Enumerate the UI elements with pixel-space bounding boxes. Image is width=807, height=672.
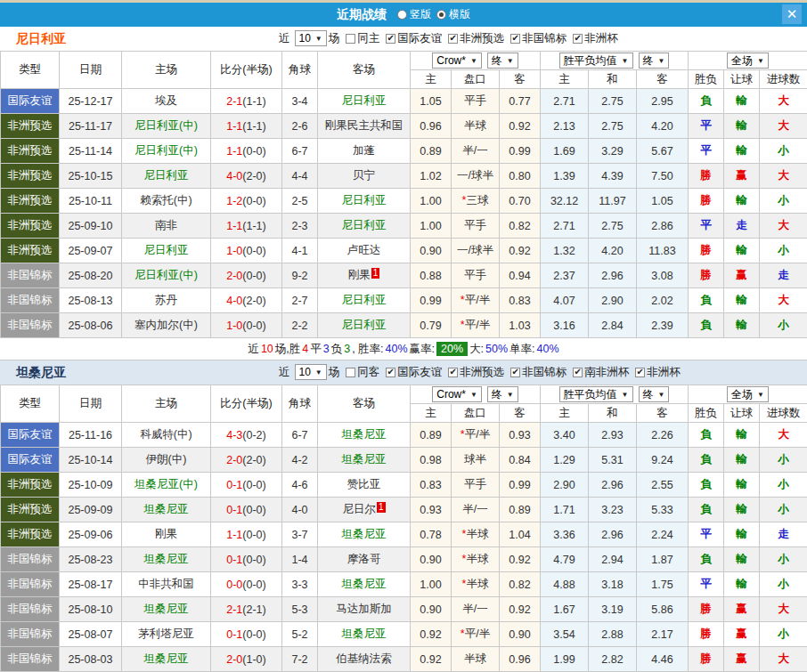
away-odds-cell: 0.99 [500,473,541,498]
col-away-header: 客场 [318,52,411,89]
league-checkbox-4[interactable]: ✔ [635,368,645,377]
avg-home-cell: 1.39 [541,164,589,189]
fulltime-score: 2-1 [226,603,242,616]
summary-segment-1: 10 [261,343,273,355]
company-select[interactable]: Crow*▼ [432,53,482,69]
handicap-text: 平/半 [465,627,490,640]
handicap-cell: *平/半 [452,313,500,338]
summary-segment-0: 近 [248,342,259,357]
sub-avg-away-header: 客 [637,70,689,89]
vertical-layout-radio[interactable] [397,10,407,20]
handicap-result-cell: 赢 [724,597,760,622]
avg-away-cell: 2.26 [637,423,689,448]
date-cell: 25-09-09 [60,498,122,522]
avg-home-cell: 2.13 [541,114,589,139]
filter-controls: 近10▼场同主✔国际友谊✔非洲预选✔非国锦标✔非洲杯 [279,30,620,46]
goals-result-cell: 大 [760,114,807,139]
final-select[interactable]: 终▼ [487,386,518,402]
handicap-result-cell: 走 [724,214,760,239]
final-select-2[interactable]: 终▼ [639,386,670,402]
league-checkbox-0[interactable]: ✔ [386,34,395,44]
match-count-select-value: 10 [299,366,311,378]
match-count-select[interactable]: 10▼ [295,30,327,46]
halftime-score: (1-1) [242,220,265,232]
avg-group-header: 胜平负均值▼终▼ [541,52,689,70]
final-select-2-value: 终 [643,387,654,402]
league-checkbox-1[interactable]: ✔ [448,34,458,44]
company-select[interactable]: Crow*▼ [432,386,482,402]
type-cell: 非国锦标 [1,263,60,288]
final-select[interactable]: 终▼ [487,53,518,69]
team-name-text: 加蓬 [353,144,375,157]
league-checkbox-2[interactable]: ✔ [510,34,520,44]
team-name-text: 坦桑尼亚 [144,503,189,515]
corners-cell: 7-2 [282,647,318,672]
result-cell: 勝 [689,647,724,672]
league-checkbox-3[interactable]: ✔ [573,368,583,377]
horizontal-layout-radio[interactable] [436,10,446,20]
away-team-cell: 尼日利亚 [318,214,411,239]
close-icon[interactable]: ✕ [782,4,802,24]
away-team-cell: 坦桑尼亚 [318,622,411,647]
result-cell: 平 [689,522,724,547]
horizontal-layout-label[interactable]: 横版 [449,7,470,22]
halftime-score: (0-0) [242,628,265,641]
same-venue-checkbox[interactable] [346,34,355,44]
away-team-cell: 坦桑尼亚 [318,448,411,473]
league-checkbox-1[interactable]: ✔ [448,368,458,377]
avg-draw-cell: 4.20 [589,239,637,263]
away-team-cell: 坦桑尼亚 [318,522,411,547]
goals-result-cell: 走 [760,522,807,547]
corners-cell: 6-7 [282,423,318,448]
type-cell: 非洲预选 [1,114,60,139]
match-row: 国际友谊25-10-14伊朗(中)2-0(2-0)4-2坦桑尼亚0.98球半0.… [1,448,807,473]
fullmatch-select-value: 全场 [731,387,753,402]
type-cell: 非洲预选 [1,214,60,239]
handicap-result-cell: 輸 [724,423,760,448]
handicap-text: 半球 [466,528,488,540]
col-away-header: 客场 [318,385,411,423]
fullmatch-select-value: 全场 [731,53,753,69]
team-name-text: 尼日利亚 [342,319,387,331]
handicap-cell: 半/一 [452,597,500,622]
halftime-score: (0-2) [242,429,265,441]
summary-segment-11: 20% [436,342,468,356]
avg-away-cell: 5.67 [637,139,689,164]
fulltime-score: 0-0 [226,579,242,591]
handicap-cell: *半球 [452,522,500,547]
avg-draw-cell: 2.90 [589,288,637,313]
league-checkbox-2[interactable]: ✔ [510,368,520,377]
fullmatch-select[interactable]: 全场▼ [727,386,769,402]
score-cell: 1-2(0-0) [211,189,282,214]
team-name-text: 埃及 [155,94,177,107]
avg-home-cell: 3.54 [541,622,589,647]
summary-segment-8: , 胜率: [352,342,383,357]
date-cell: 25-08-23 [60,547,122,572]
sub-handicap-result-header: 让球 [724,404,760,423]
team-name-text: 中非共和国 [138,578,194,590]
avg-select[interactable]: 胜平负均值▼ [559,386,633,402]
handicap-result-cell: 輸 [724,522,760,547]
home-odds-cell: 0.98 [411,448,452,473]
result-cell: 負 [689,473,724,498]
league-checkbox-3[interactable]: ✔ [573,34,583,44]
avg-away-cell: 1.87 [637,547,689,572]
home-team-cell: 科威特(中) [122,423,211,448]
fullmatch-select[interactable]: 全场▼ [727,53,769,69]
avg-home-cell: 2.37 [541,263,589,288]
vertical-layout-label[interactable]: 竖版 [410,7,431,22]
avg-select[interactable]: 胜平负均值▼ [559,53,633,69]
same-venue-checkbox[interactable] [346,368,355,377]
matches-table-0: 类型日期主场比分(半场)角球客场Crow*▼终▼胜平负均值▼终▼全场▼主盘口客主… [0,51,807,338]
chevron-down-icon: ▼ [470,391,477,399]
away-odds-cell: 0.80 [500,164,541,189]
team-name-text: 坦桑尼亚 [144,652,189,665]
away-odds-cell: 0.92 [500,114,541,139]
league-checkbox-0[interactable]: ✔ [386,368,395,377]
score-cell: 4-0(2-0) [211,288,282,313]
halftime-score: (0-0) [242,195,265,207]
home-team-cell: 坦桑尼亚 [122,597,211,622]
match-count-select[interactable]: 10▼ [295,364,327,380]
final-select-2[interactable]: 终▼ [639,53,670,69]
away-team-cell: 贝宁 [318,164,411,189]
